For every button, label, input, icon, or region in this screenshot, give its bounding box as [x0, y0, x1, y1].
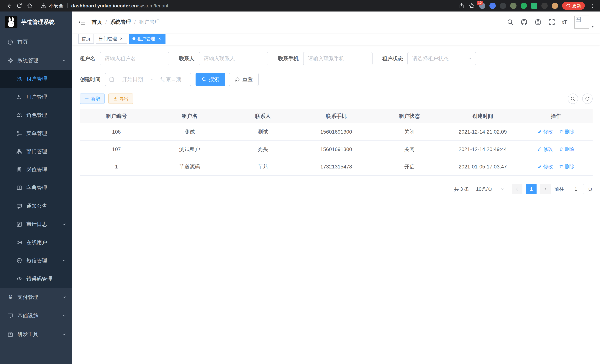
sidebar-item-role[interactable]: 角色管理 — [0, 106, 72, 124]
sidebar-item-payment[interactable]: ¥ 支付管理 — [0, 288, 72, 307]
browser-update-button[interactable]: 更新 — [562, 2, 585, 10]
close-icon[interactable]: × — [119, 36, 124, 41]
address-bar[interactable]: 不安全 dashboard.yudao.iocoder.cn/system/te… — [41, 3, 459, 9]
header-search-button[interactable] — [507, 19, 514, 25]
extension-icon[interactable] — [531, 3, 537, 9]
cell-phone: 17321315478 — [300, 158, 373, 176]
fullscreen-button[interactable] — [548, 19, 555, 25]
user-menu[interactable] — [574, 16, 594, 28]
extension-badge: 10 — [477, 1, 483, 5]
font-size-button[interactable]: tT — [562, 19, 567, 25]
sidebar-item-system[interactable]: 系统管理 — [0, 51, 72, 70]
sidebar-item-tenant[interactable]: 租户管理 — [0, 70, 72, 88]
sidebar-item-infra[interactable]: 基础设施 — [0, 307, 72, 325]
cell-contact: 测试 — [226, 123, 300, 141]
export-button[interactable]: 导出 — [108, 93, 133, 104]
sidebar-item-audit-log[interactable]: 审计日志 — [0, 215, 72, 233]
sidebar-item-sms[interactable]: 短信管理 — [0, 252, 72, 270]
date-range-picker[interactable]: 开始日期 - 结束日期 — [105, 73, 191, 86]
reset-button[interactable]: 重置 — [229, 73, 259, 86]
sidebar-item-label: 审计日志 — [26, 221, 58, 228]
tab-home[interactable]: 首页 — [78, 34, 94, 44]
page-size-select[interactable]: 10条/页 — [473, 184, 508, 194]
tenant-name-input[interactable] — [100, 52, 169, 65]
date-end-placeholder: 结束日期 — [155, 76, 187, 83]
extension-icon[interactable] — [552, 3, 558, 9]
browser-reload-button[interactable] — [14, 1, 25, 10]
browser-menu-icon[interactable]: ⋮ — [589, 3, 596, 9]
tree-table-icon — [16, 131, 22, 136]
sidebar-item-label: 用户管理 — [26, 93, 66, 101]
bookmark-star-icon[interactable] — [469, 3, 475, 9]
table-header: 租户编号 租户名 联系人 联系手机 租户状态 创建时间 操作 — [80, 109, 593, 123]
tab-label: 租户管理 — [137, 36, 155, 42]
extension-icon[interactable] — [500, 3, 506, 9]
sidebar-item-notice[interactable]: 通知公告 — [0, 197, 72, 215]
sidebar-logo[interactable]: 芋道管理系统 — [0, 11, 72, 33]
address-divider — [67, 3, 67, 8]
goto-page-input[interactable] — [568, 184, 584, 194]
sidebar-collapse-button[interactable] — [78, 18, 86, 26]
cell-tenant-name: 芋道源码 — [153, 158, 226, 176]
tab-dept[interactable]: 部门管理 × — [96, 34, 127, 44]
sidebar-item-dict[interactable]: 字典管理 — [0, 179, 72, 197]
delete-button[interactable]: 删除 — [559, 129, 575, 135]
extension-icon[interactable] — [510, 3, 516, 9]
delete-button[interactable]: 删除 — [559, 146, 575, 152]
sidebar-item-post[interactable]: 岗位管理 — [0, 161, 72, 179]
page-number-button[interactable]: 1 — [526, 184, 536, 194]
gear-icon — [7, 57, 13, 64]
help-button[interactable] — [535, 19, 541, 25]
sidebar-item-label: 系统管理 — [18, 57, 58, 64]
browser-home-button[interactable] — [25, 1, 35, 10]
hamburger-icon — [78, 18, 86, 26]
sidebar-item-error-code[interactable]: 错误码管理 — [0, 270, 72, 288]
tab-tenant[interactable]: 租户管理 × — [129, 34, 166, 44]
search-icon — [201, 77, 207, 82]
sidebar-item-online-user[interactable]: 在线用户 — [0, 233, 72, 252]
add-button[interactable]: 新增 — [80, 93, 105, 104]
prev-page-button[interactable] — [512, 184, 523, 194]
chevron-down-icon — [62, 258, 66, 263]
close-icon[interactable]: × — [157, 36, 162, 41]
extension-icon[interactable]: 10 — [479, 3, 485, 9]
browser-back-button[interactable] — [4, 1, 14, 10]
share-icon[interactable] — [459, 3, 465, 9]
question-icon — [535, 19, 541, 25]
edit-button[interactable]: 修改 — [537, 129, 553, 135]
extension-icon[interactable] — [541, 3, 548, 9]
sidebar-item-dept[interactable]: 部门管理 — [0, 142, 72, 161]
breadcrumb-item[interactable]: 系统管理 — [110, 19, 131, 26]
edit-button[interactable]: 修改 — [537, 163, 553, 170]
back-icon — [6, 3, 12, 9]
extension-icon[interactable] — [489, 3, 496, 9]
sidebar-item-label: 字典管理 — [26, 184, 66, 191]
update-refresh-icon — [566, 3, 570, 8]
next-page-button[interactable] — [540, 184, 551, 194]
delete-button[interactable]: 删除 — [559, 163, 575, 170]
chevron-up-icon — [62, 58, 66, 63]
status-select[interactable]: 请选择租户状态 — [407, 52, 476, 65]
plus-icon — [84, 96, 89, 101]
sidebar-item-user[interactable]: 用户管理 — [0, 88, 72, 106]
table-toolbar: 新增 导出 — [80, 93, 593, 104]
sidebar-item-home[interactable]: 首页 — [0, 33, 72, 51]
refresh-table-button[interactable] — [582, 93, 593, 104]
breadcrumb-item[interactable]: 首页 — [92, 19, 102, 26]
breadcrumb: 首页 / 系统管理 / 租户管理 — [92, 19, 160, 26]
sidebar-item-devtools[interactable]: 研发工具 — [0, 325, 72, 344]
edit-button[interactable]: 修改 — [537, 146, 553, 152]
github-link[interactable] — [521, 19, 528, 26]
search-button-label: 搜索 — [209, 76, 219, 83]
trash-icon — [559, 130, 563, 134]
phone-input[interactable] — [303, 52, 373, 65]
contact-input[interactable] — [199, 52, 268, 65]
page-size-value: 10条/页 — [476, 186, 492, 192]
extension-icon[interactable] — [521, 3, 527, 9]
filter-phone: 联系手机 — [278, 52, 373, 65]
goto-label: 前往 — [554, 186, 564, 192]
search-button[interactable]: 搜索 — [196, 73, 225, 86]
show-search-button[interactable] — [568, 93, 578, 104]
cell-created: 2021-12-14 21:02:09 — [446, 123, 519, 141]
sidebar-item-menu[interactable]: 菜单管理 — [0, 124, 72, 142]
